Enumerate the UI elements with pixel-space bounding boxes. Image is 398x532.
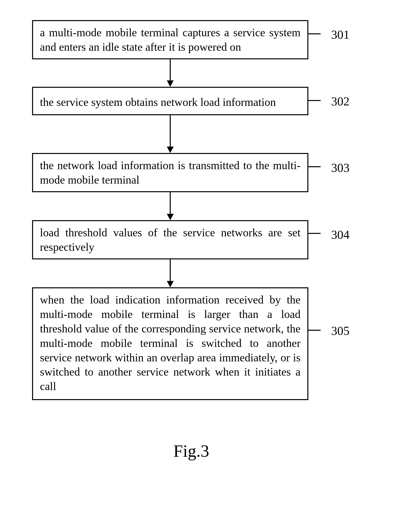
step-text-302: the service system obtains network load …: [40, 96, 276, 108]
tick-305: [308, 330, 321, 331]
tick-303: [308, 166, 321, 167]
tick-302: [308, 100, 321, 101]
arrow-4: [170, 259, 171, 281]
arrow-head-3: [167, 214, 174, 220]
step-text-305: when the load indication information rec…: [40, 293, 301, 393]
step-box-302: the service system obtains network load …: [32, 87, 308, 115]
step-box-301: a multi-mode mobile terminal captures a …: [32, 20, 308, 59]
arrow-3: [170, 192, 171, 214]
arrow-head-2: [167, 147, 174, 153]
arrow-head-4: [167, 281, 174, 287]
arrow-head-1: [167, 80, 174, 87]
step-label-304: 304: [331, 228, 350, 242]
arrow-1: [170, 59, 171, 81]
step-label-302: 302: [331, 94, 350, 108]
step-label-303: 303: [331, 161, 350, 175]
step-text-304: load threshold values of the service net…: [40, 226, 301, 253]
step-label-305: 305: [331, 324, 350, 338]
step-text-303: the network load information is transmit…: [40, 159, 301, 186]
step-box-305: when the load indication information rec…: [32, 287, 308, 400]
step-box-304: load threshold values of the service net…: [32, 220, 308, 259]
tick-301: [308, 33, 321, 34]
figure-caption: Fig.3: [173, 441, 209, 461]
tick-304: [308, 233, 321, 234]
arrow-2: [170, 115, 171, 147]
step-text-301: a multi-mode mobile terminal captures a …: [40, 26, 301, 53]
flowchart-canvas: a multi-mode mobile terminal captures a …: [0, 0, 398, 532]
step-label-301: 301: [331, 27, 350, 42]
step-box-303: the network load information is transmit…: [32, 153, 308, 192]
